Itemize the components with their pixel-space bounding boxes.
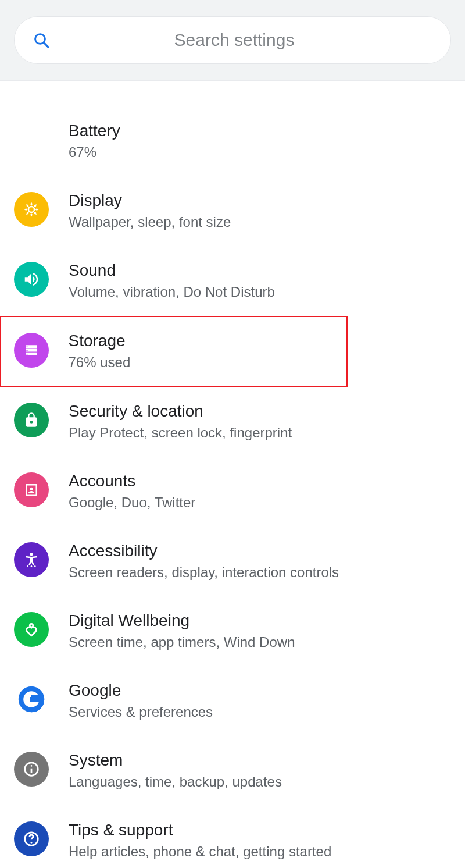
svg-point-11 bbox=[31, 765, 33, 767]
search-placeholder: Search settings bbox=[54, 30, 440, 50]
accessibility-icon bbox=[14, 542, 49, 577]
sound-icon bbox=[14, 262, 49, 297]
text-col: Battery 67% bbox=[69, 122, 120, 161]
svg-point-2 bbox=[30, 553, 33, 556]
svg-point-4 bbox=[31, 565, 33, 567]
lock-icon bbox=[14, 403, 49, 437]
search-header: Search settings bbox=[0, 0, 465, 81]
item-sub: Wallpaper, sleep, font size bbox=[69, 214, 231, 231]
settings-item-sound[interactable]: Sound Volume, vibration, Do Not Disturb bbox=[0, 246, 465, 316]
svg-line-1 bbox=[44, 43, 48, 47]
item-sub: Languages, time, backup, updates bbox=[69, 774, 282, 791]
item-sub: Screen readers, display, interaction con… bbox=[69, 564, 339, 581]
help-icon bbox=[14, 821, 49, 856]
text-col: Display Wallpaper, sleep, font size bbox=[69, 191, 231, 231]
settings-item-security[interactable]: Security & location Play Protect, screen… bbox=[0, 387, 465, 457]
display-icon bbox=[14, 192, 49, 227]
item-title: Display bbox=[69, 191, 231, 210]
item-title: Storage bbox=[69, 332, 131, 350]
item-title: Security & location bbox=[69, 402, 292, 421]
item-sub: 67% bbox=[69, 144, 120, 161]
settings-item-storage[interactable]: Storage 76% used bbox=[0, 316, 348, 387]
item-title: Tips & support bbox=[69, 821, 331, 839]
settings-item-tips[interactable]: Tips & support Help articles, phone & ch… bbox=[0, 806, 465, 868]
text-col: Storage 76% used bbox=[69, 332, 131, 371]
item-sub: Services & preferences bbox=[69, 704, 213, 721]
item-title: Google bbox=[69, 681, 213, 700]
text-col: Accessibility Screen readers, display, i… bbox=[69, 542, 339, 581]
item-title: Digital Wellbeing bbox=[69, 611, 295, 630]
google-icon bbox=[14, 682, 49, 717]
text-col: System Languages, time, backup, updates bbox=[69, 751, 282, 791]
settings-item-wellbeing[interactable]: Digital Wellbeing Screen time, app timer… bbox=[0, 596, 465, 666]
svg-point-5 bbox=[34, 565, 36, 567]
svg-point-13 bbox=[31, 842, 33, 844]
settings-item-accessibility[interactable]: Accessibility Screen readers, display, i… bbox=[0, 527, 465, 596]
item-sub: Screen time, app timers, Wind Down bbox=[69, 634, 295, 651]
item-title: System bbox=[69, 751, 282, 770]
info-icon bbox=[14, 752, 49, 787]
svg-point-3 bbox=[27, 565, 29, 567]
item-sub: Google, Duo, Twitter bbox=[69, 495, 195, 511]
settings-item-display[interactable]: Display Wallpaper, sleep, font size bbox=[0, 176, 465, 246]
item-title: Battery bbox=[69, 122, 120, 140]
settings-list: Battery 67% Display Wallpaper, sleep, fo… bbox=[0, 81, 465, 868]
item-sub: Help articles, phone & chat, getting sta… bbox=[69, 844, 331, 860]
text-col: Digital Wellbeing Screen time, app timer… bbox=[69, 611, 295, 651]
item-title: Sound bbox=[69, 261, 275, 280]
search-input[interactable]: Search settings bbox=[14, 16, 451, 64]
text-col: Google Services & preferences bbox=[69, 681, 213, 721]
settings-item-google[interactable]: Google Services & preferences bbox=[0, 666, 465, 736]
accounts-icon bbox=[14, 472, 49, 507]
settings-item-battery[interactable]: Battery 67% bbox=[0, 106, 465, 176]
storage-icon bbox=[14, 333, 49, 368]
item-sub: Play Protect, screen lock, fingerprint bbox=[69, 425, 292, 442]
text-col: Sound Volume, vibration, Do Not Disturb bbox=[69, 261, 275, 301]
text-col: Security & location Play Protect, screen… bbox=[69, 402, 292, 442]
settings-item-system[interactable]: System Languages, time, backup, updates bbox=[0, 736, 465, 806]
wellbeing-icon bbox=[14, 612, 49, 647]
settings-item-accounts[interactable]: Accounts Google, Duo, Twitter bbox=[0, 457, 465, 527]
item-title: Accounts bbox=[69, 472, 195, 490]
text-col: Accounts Google, Duo, Twitter bbox=[69, 472, 195, 511]
item-title: Accessibility bbox=[69, 542, 339, 560]
search-icon bbox=[28, 31, 54, 49]
svg-rect-8 bbox=[30, 697, 42, 702]
text-col: Tips & support Help articles, phone & ch… bbox=[69, 821, 331, 860]
item-sub: 76% used bbox=[69, 354, 131, 371]
battery-icon bbox=[14, 122, 49, 157]
item-sub: Volume, vibration, Do Not Disturb bbox=[69, 284, 275, 301]
